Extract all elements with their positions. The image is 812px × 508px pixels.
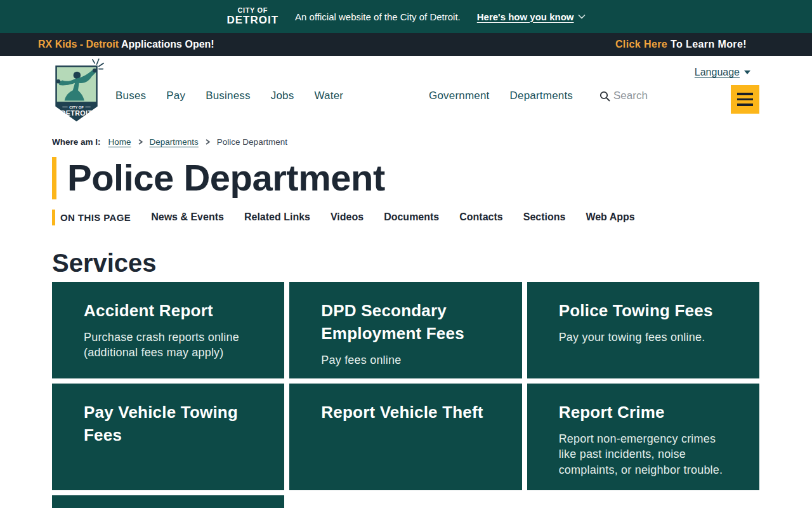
service-card-police-towing-fees[interactable]: Police Towing Fees Pay your towing fees … xyxy=(527,282,759,378)
service-card-pay-vehicle-towing-fees[interactable]: Pay Vehicle Towing Fees xyxy=(52,384,284,490)
services-section-title: Services xyxy=(52,248,812,277)
page-title-row: Police Department xyxy=(52,157,812,199)
service-card-description: Report non-emergency crimes like past in… xyxy=(559,431,731,478)
service-card-title: Report Vehicle Theft xyxy=(321,401,494,424)
otp-link-contacts[interactable]: Contacts xyxy=(459,211,502,223)
chevron-right-icon xyxy=(138,139,143,145)
on-this-page-links: News & Events Related Links Videos Docum… xyxy=(151,211,635,223)
breadcrumb-label: Where am I: xyxy=(52,137,101,147)
nav-item-business[interactable]: Business xyxy=(206,90,251,102)
nav-item-buses[interactable]: Buses xyxy=(115,90,146,102)
alert-banner: RX Kids - Detroit Applications Open! Cli… xyxy=(0,33,812,56)
official-website-bar: CITY OF DETROIT An official website of t… xyxy=(0,0,812,33)
alert-left-text: Applications Open! xyxy=(121,39,214,50)
spirit-of-detroit-logo-icon: CITY OF DETROIT xyxy=(52,57,104,124)
secondary-nav: Government Departments xyxy=(429,90,573,102)
service-card-title: Accident Report xyxy=(84,299,256,322)
breadcrumb-home[interactable]: Home xyxy=(108,137,131,147)
nav-item-water[interactable]: Water xyxy=(314,90,343,102)
service-card-partial[interactable] xyxy=(52,495,284,508)
breadcrumb: Where am I: Home Departments Police Depa… xyxy=(52,137,812,147)
otp-link-sections[interactable]: Sections xyxy=(523,211,566,223)
otp-link-documents[interactable]: Documents xyxy=(384,211,439,223)
nav-item-government[interactable]: Government xyxy=(429,90,490,102)
alert-banner-left[interactable]: RX Kids - Detroit Applications Open! xyxy=(38,39,214,50)
site-header: CITY OF DETROIT Buses Pay Business Jobs … xyxy=(0,56,812,127)
title-accent-bar xyxy=(52,157,56,199)
otp-link-news-events[interactable]: News & Events xyxy=(151,211,224,223)
on-this-page-label: ON THIS PAGE xyxy=(60,212,131,223)
primary-nav: Buses Pay Business Jobs Water xyxy=(115,90,343,102)
service-card-title: DPD Secondary Employment Fees xyxy=(321,299,494,345)
chevron-right-icon xyxy=(205,139,211,145)
svg-text:DETROIT: DETROIT xyxy=(61,109,93,117)
otp-link-videos[interactable]: Videos xyxy=(331,211,363,223)
service-card-accident-report[interactable]: Accident Report Purchase crash reports o… xyxy=(52,282,284,378)
service-card-title: Pay Vehicle Towing Fees xyxy=(84,401,256,447)
service-card-title: Report Crime xyxy=(559,401,731,424)
on-this-page-nav: ON THIS PAGE News & Events Related Links… xyxy=(52,210,812,225)
language-dropdown[interactable]: Language xyxy=(695,67,750,78)
search-input[interactable]: Search xyxy=(599,90,648,102)
nav-item-jobs[interactable]: Jobs xyxy=(271,90,294,102)
alert-right-highlight: Click Here xyxy=(615,39,667,50)
service-card-report-vehicle-theft[interactable]: Report Vehicle Theft xyxy=(289,384,521,490)
service-card-title: Police Towing Fees xyxy=(559,299,731,322)
page-title: Police Department xyxy=(67,157,385,199)
service-card-dpd-secondary-employment-fees[interactable]: DPD Secondary Employment Fees Pay fees o… xyxy=(289,282,521,378)
alert-left-highlight: RX Kids - Detroit xyxy=(38,39,119,50)
heres-how-you-know-link[interactable]: Here's how you know xyxy=(477,11,586,22)
chevron-down-icon xyxy=(578,14,586,19)
breadcrumb-departments[interactable]: Departments xyxy=(150,137,199,147)
nav-item-pay[interactable]: Pay xyxy=(166,90,185,102)
alert-right-text: To Learn More! xyxy=(671,39,747,50)
hamburger-icon xyxy=(737,93,753,95)
service-card-report-crime[interactable]: Report Crime Report non-emergency crimes… xyxy=(527,384,759,490)
otp-link-web-apps[interactable]: Web Apps xyxy=(586,211,634,223)
on-this-page-accent-bar xyxy=(52,210,55,225)
city-of-detroit-logo[interactable]: CITY OF DETROIT xyxy=(52,57,104,124)
alert-banner-right[interactable]: Click Here To Learn More! xyxy=(615,39,747,50)
service-card-description: Purchase crash reports online (additiona… xyxy=(84,330,256,361)
breadcrumb-current: Police Department xyxy=(217,137,287,147)
caret-down-icon xyxy=(744,70,750,74)
service-card-description: Pay your towing fees online. xyxy=(559,330,731,345)
brand-line-2: DETROIT xyxy=(226,15,278,26)
menu-button[interactable] xyxy=(731,85,759,114)
search-icon xyxy=(599,91,610,102)
official-website-text: An official website of the City of Detro… xyxy=(295,11,461,22)
official-bar-brand: CITY OF DETROIT xyxy=(226,7,278,25)
nav-item-departments[interactable]: Departments xyxy=(510,90,573,102)
otp-link-related-links[interactable]: Related Links xyxy=(244,211,310,223)
services-grid: Accident Report Purchase crash reports o… xyxy=(52,282,759,508)
service-card-description: Pay fees online xyxy=(321,352,494,368)
search-placeholder: Search xyxy=(613,90,648,102)
